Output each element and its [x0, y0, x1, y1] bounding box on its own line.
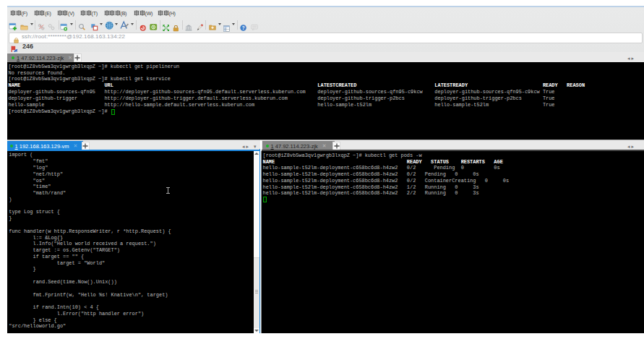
svg-text:?: ? — [242, 25, 245, 30]
